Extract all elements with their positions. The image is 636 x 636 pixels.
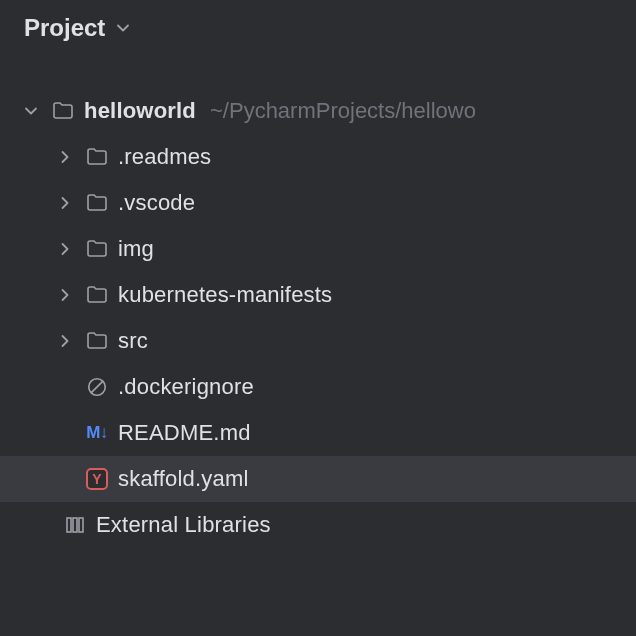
tree-folder-img[interactable]: img (0, 226, 636, 272)
tree-folder-kubernetes[interactable]: kubernetes-manifests (0, 272, 636, 318)
tree-root-path: ~/PycharmProjects/hellowo (210, 98, 476, 124)
chevron-right-icon[interactable] (54, 195, 76, 211)
tree-file-skaffold[interactable]: Y skaffold.yaml (0, 456, 636, 502)
tree-folder-src[interactable]: src (0, 318, 636, 364)
project-tree: helloworld ~/PycharmProjects/hellowo .re… (0, 56, 636, 548)
tree-item-label: .vscode (118, 190, 195, 216)
tree-root[interactable]: helloworld ~/PycharmProjects/hellowo (0, 88, 636, 134)
chevron-down-icon (115, 20, 131, 36)
tree-item-label: README.md (118, 420, 251, 446)
chevron-right-icon[interactable] (54, 149, 76, 165)
tree-folder-vscode[interactable]: .vscode (0, 180, 636, 226)
folder-icon (84, 283, 110, 307)
chevron-right-icon[interactable] (54, 287, 76, 303)
svg-rect-2 (67, 518, 71, 532)
folder-icon (84, 329, 110, 353)
tree-external-libraries[interactable]: External Libraries (0, 502, 636, 548)
svg-rect-4 (79, 518, 83, 532)
tree-item-label: .readmes (118, 144, 211, 170)
chevron-right-icon[interactable] (54, 333, 76, 349)
tree-item-label: External Libraries (96, 512, 271, 538)
tree-folder-readmes[interactable]: .readmes (0, 134, 636, 180)
tree-item-label: .dockerignore (118, 374, 254, 400)
panel-header[interactable]: Project (0, 0, 636, 56)
tree-item-label: skaffold.yaml (118, 466, 249, 492)
svg-line-1 (91, 381, 103, 393)
tree-item-label: src (118, 328, 148, 354)
yaml-icon: Y (84, 468, 110, 490)
tree-file-dockerignore[interactable]: .dockerignore (0, 364, 636, 410)
tree-item-label: img (118, 236, 154, 262)
panel-title: Project (24, 14, 105, 42)
chevron-down-icon[interactable] (20, 103, 42, 119)
tree-root-label: helloworld (84, 98, 196, 124)
chevron-right-icon[interactable] (54, 241, 76, 257)
folder-icon (84, 191, 110, 215)
library-icon (62, 513, 88, 537)
tree-item-label: kubernetes-manifests (118, 282, 332, 308)
folder-icon (50, 99, 76, 123)
folder-icon (84, 145, 110, 169)
markdown-icon: M↓ (84, 423, 110, 443)
tree-file-readme[interactable]: M↓ README.md (0, 410, 636, 456)
ignore-icon (84, 376, 110, 398)
svg-rect-3 (73, 518, 77, 532)
folder-icon (84, 237, 110, 261)
